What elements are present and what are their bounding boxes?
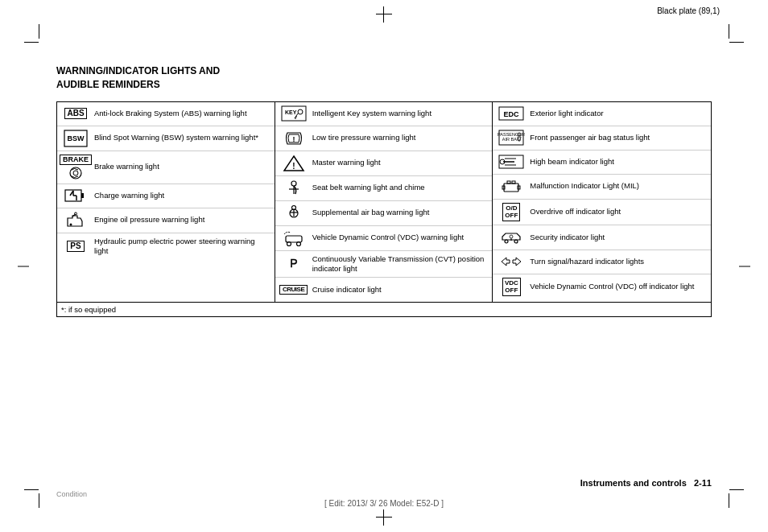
crop-mark xyxy=(729,489,744,490)
edit-info: [ Edit: 2013/ 3/ 26 Model: E52-D ] xyxy=(324,499,444,508)
engine-oil-icon xyxy=(61,212,90,229)
vdc-icon xyxy=(279,229,308,247)
registration-cross-bottom xyxy=(376,509,392,526)
cruise-icon: CRUISE xyxy=(279,285,308,295)
charge-icon xyxy=(61,188,90,204)
svg-text:!: ! xyxy=(292,135,295,143)
crop-mark xyxy=(39,24,39,39)
condition-text: Condition xyxy=(56,490,87,498)
seatbelt-icon xyxy=(279,179,308,197)
page-title: WARNING/INDICATOR LIGHTS AND AUDIBLE REM… xyxy=(56,64,712,92)
list-item: BSW Blind Spot Warning (BSW) system warn… xyxy=(57,126,275,151)
list-item: Seat belt warning light and chime xyxy=(275,176,493,201)
crop-mark xyxy=(729,24,729,39)
main-content: WARNING/INDICATOR LIGHTS AND AUDIBLE REM… xyxy=(56,64,712,317)
list-item: Engine oil pressure warning light xyxy=(57,208,275,233)
list-item: KEY Intelligent Key system warning light xyxy=(275,102,493,126)
vdc-off-icon: VDCOFF xyxy=(497,278,526,296)
list-item: O/DOFF Overdrive off indicator light xyxy=(493,200,711,225)
list-item: EDC Exterior light indicator xyxy=(493,102,711,126)
exterior-light-icon: EDC xyxy=(497,105,526,122)
list-item: VDCOFF Vehicle Dynamic Control (VDC) off… xyxy=(493,274,711,299)
list-item: Security indicator light xyxy=(493,225,711,250)
mil-icon xyxy=(497,178,526,196)
svg-point-10 xyxy=(70,223,72,225)
svg-point-11 xyxy=(75,212,77,215)
footnote: *: if so equipped xyxy=(57,302,711,316)
list-item: ! Low tire pressure warning light xyxy=(275,126,493,151)
bsw-icon: BSW xyxy=(61,130,90,147)
tire-pressure-icon: ! xyxy=(279,130,308,147)
svg-rect-41 xyxy=(507,181,510,184)
list-item: Charge warning light xyxy=(57,184,275,208)
svg-point-47 xyxy=(510,235,513,238)
svg-text:EDC: EDC xyxy=(504,110,520,118)
turn-signal-icon xyxy=(497,254,526,270)
crop-mark xyxy=(729,42,744,43)
plate-text: Black plate (89,1) xyxy=(657,6,720,15)
list-item: ! Master warning light xyxy=(275,151,493,176)
list-item: ABS Anti-lock Braking System (ABS) warni… xyxy=(57,102,275,126)
lights-table: ABS Anti-lock Braking System (ABS) warni… xyxy=(56,101,712,318)
svg-rect-42 xyxy=(512,181,515,184)
svg-text:P: P xyxy=(290,257,297,270)
svg-rect-40 xyxy=(504,184,518,192)
security-icon xyxy=(497,229,526,246)
list-item: BRAKE Brake warning light xyxy=(57,151,275,184)
svg-point-21 xyxy=(291,181,296,186)
lights-column-3: EDC Exterior light indicator PASSENGER A… xyxy=(493,102,711,303)
list-item: High beam indicator light xyxy=(493,151,711,175)
svg-text:BSW: BSW xyxy=(68,134,85,142)
side-mark-left xyxy=(18,266,29,266)
od-off-icon: O/DOFF xyxy=(497,203,526,221)
svg-rect-24 xyxy=(286,236,302,242)
footer: Instruments and controls 2-11 xyxy=(580,478,712,488)
master-warning-icon: ! xyxy=(279,155,308,172)
footer-text: Instruments and controls 2-11 xyxy=(580,478,712,488)
list-item: CRUISE Cruise indicator light xyxy=(275,278,493,302)
brake-icon: BRAKE xyxy=(61,155,90,180)
list-item: Malfunction Indicator Light (MIL) xyxy=(493,175,711,200)
svg-rect-5 xyxy=(81,193,84,198)
crop-mark xyxy=(24,42,39,43)
list-item: PS Hydraulic pump electric power steerin… xyxy=(57,233,275,260)
ps-icon: PS xyxy=(61,241,90,252)
key-icon: KEY xyxy=(279,105,308,122)
svg-text:!: ! xyxy=(292,162,295,171)
airbag-icon xyxy=(279,204,308,222)
list-item: P P Continuously Variable Transmission (… xyxy=(275,251,493,278)
abs-icon: ABS xyxy=(61,108,90,119)
svg-point-14 xyxy=(298,109,303,114)
lights-column-1: ABS Anti-lock Braking System (ABS) warni… xyxy=(57,102,275,303)
svg-marker-50 xyxy=(502,258,510,266)
high-beam-icon xyxy=(497,154,526,170)
svg-marker-51 xyxy=(513,258,521,266)
lights-grid: ABS Anti-lock Braking System (ABS) warni… xyxy=(57,102,711,303)
svg-point-46 xyxy=(514,240,518,243)
cvt-icon: P P xyxy=(279,255,308,273)
list-item: PASSENGER AIR BAG Front passenger air ba… xyxy=(493,126,711,151)
list-item: Vehicle Dynamic Control (VDC) warning li… xyxy=(275,226,493,251)
list-item: Turn signal/hazard indicator lights xyxy=(493,250,711,274)
crop-mark xyxy=(729,493,729,508)
svg-point-3 xyxy=(73,171,78,175)
list-item: Supplemental air bag warning light xyxy=(275,201,493,226)
crop-mark xyxy=(39,493,39,508)
lights-column-2: KEY Intelligent Key system warning light xyxy=(275,102,493,303)
crop-mark xyxy=(24,489,39,490)
registration-cross-top xyxy=(376,6,392,23)
side-mark-right xyxy=(739,266,750,266)
passenger-airbag-icon: PASSENGER AIR BAG xyxy=(497,130,526,146)
svg-point-45 xyxy=(505,240,508,243)
svg-text:KEY: KEY xyxy=(285,109,297,115)
